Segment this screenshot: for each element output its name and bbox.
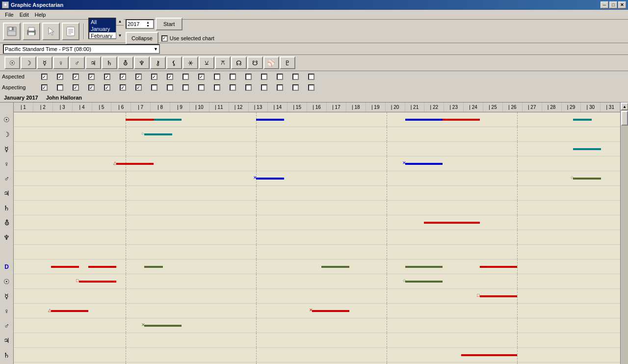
aspecting-check-5[interactable] <box>120 84 126 91</box>
cursor-button[interactable] <box>42 23 60 40</box>
aspected-check-3[interactable] <box>88 74 95 80</box>
aspected-check-4[interactable] <box>104 74 110 80</box>
aspected-check-15[interactable] <box>277 74 283 80</box>
use-chart-checkbox[interactable]: ✓ <box>161 35 168 42</box>
svg-rect-2 <box>9 27 12 30</box>
menu-file[interactable]: File <box>2 11 17 19</box>
planet-btn-venus[interactable]: ♀ <box>53 56 69 69</box>
aspected-check-14[interactable] <box>261 74 267 80</box>
aspecting-check-7[interactable] <box>151 84 157 91</box>
planet-btn-sun[interactable]: ☉ <box>4 56 20 69</box>
aspecting-check-14[interactable] <box>261 84 267 91</box>
app-icon: ✦ <box>2 1 9 8</box>
month-selector[interactable]: All January February ▲ ▼ <box>88 18 124 39</box>
planet-btn-saturn[interactable]: ♄ <box>102 56 117 69</box>
planet-btn-chiron[interactable]: ⚷ <box>150 56 166 69</box>
aspect-bar-row11 <box>79 281 116 283</box>
aspected-check-8[interactable] <box>167 74 173 80</box>
minimize-button[interactable]: ─ <box>601 1 608 8</box>
planet-btn-uranus[interactable]: ⛢ <box>118 56 133 69</box>
planet-btn-jupiter[interactable]: ♃ <box>85 56 101 69</box>
maximize-button[interactable]: □ <box>609 1 617 8</box>
year-selector[interactable]: 2017 ▲ ▼ <box>126 19 154 29</box>
planet-btn-p2[interactable]: ♇ <box>280 56 295 69</box>
aspecting-check-17[interactable] <box>308 84 314 91</box>
aspecting-check-1[interactable] <box>57 84 63 91</box>
day-header-5: | 5 <box>92 103 112 112</box>
month-scroll-down[interactable]: ▼ <box>116 31 124 39</box>
vertical-scrollbar[interactable]: ▲ ▼ <box>620 103 628 364</box>
planet-label-8: ♆ <box>0 230 13 245</box>
chart-grid: ○△✕✕☆□☆□△✕✕ <box>14 112 620 364</box>
menu-edit[interactable]: Edit <box>17 11 32 19</box>
use-chart-label[interactable]: ✓ Use selected chart <box>161 35 214 42</box>
aspected-check-9[interactable] <box>183 74 189 80</box>
save-button[interactable] <box>3 23 21 40</box>
aspecting-check-9[interactable] <box>183 84 189 91</box>
scroll-track[interactable] <box>621 110 628 364</box>
aspecting-check-3[interactable] <box>88 84 95 91</box>
planet-btn-pholus[interactable]: ⚸ <box>166 56 182 69</box>
aspecting-check-0[interactable] <box>41 84 48 91</box>
aspected-check-5[interactable] <box>120 74 126 80</box>
aspected-check-11[interactable] <box>214 74 220 80</box>
day-header-11: | 11 <box>209 103 229 112</box>
planet-btn-mars[interactable]: ♂ <box>69 56 85 69</box>
planet-btn-neptune[interactable]: ♆ <box>134 56 150 69</box>
aspecting-check-8[interactable] <box>167 84 173 91</box>
aspect-marker-row13: △ <box>48 308 52 312</box>
aspecting-check-16[interactable] <box>292 84 299 91</box>
planet-btn-juno[interactable]: ⚻ <box>215 56 231 69</box>
aspected-check-16[interactable] <box>292 74 299 80</box>
planet-btn-nnode[interactable]: ☊ <box>231 56 247 69</box>
aspected-check-7[interactable] <box>151 74 157 80</box>
day-header-6: | 6 <box>111 103 131 112</box>
planet-label-9 <box>0 245 13 260</box>
scroll-up-button[interactable]: ▲ <box>621 103 628 110</box>
aspecting-check-15[interactable] <box>277 84 283 91</box>
aspected-check-12[interactable] <box>230 74 236 80</box>
aspected-check-10[interactable] <box>198 74 205 80</box>
aspected-check-1[interactable] <box>57 74 63 80</box>
aspecting-check-12[interactable] <box>230 84 236 91</box>
year-up[interactable]: ▲ <box>146 21 152 24</box>
planet-btn-ceres[interactable]: ⚹ <box>183 56 198 69</box>
scroll-thumb[interactable] <box>621 111 628 126</box>
timezone-selector[interactable]: Pacific Standard Time - PST (08:00) ▼ <box>3 44 160 54</box>
day-header-9: | 9 <box>170 103 190 112</box>
planet-label-3: ♀ <box>0 156 13 171</box>
planet-btn-pallas[interactable]: ⚺ <box>199 56 214 69</box>
aspected-check-0[interactable] <box>41 74 48 80</box>
menu-help[interactable]: Help <box>32 11 49 19</box>
aspected-check-6[interactable] <box>135 74 142 80</box>
aspecting-row: Aspecting <box>0 82 628 93</box>
planet-btn-moon[interactable]: ☽ <box>21 56 36 69</box>
planet-btn-mercury[interactable]: ☿ <box>37 56 52 69</box>
aspecting-check-13[interactable] <box>245 84 252 91</box>
aspect-bar-row0 <box>405 119 443 121</box>
print-button[interactable] <box>23 23 40 40</box>
aspecting-label: Aspecting <box>2 84 36 90</box>
report-button[interactable] <box>62 23 79 40</box>
aspecting-check-11[interactable] <box>214 84 220 91</box>
aspecting-check-4[interactable] <box>104 84 110 91</box>
aspect-bar-row4 <box>573 178 601 180</box>
year-down[interactable]: ▼ <box>146 24 152 27</box>
aspecting-check-6[interactable] <box>135 84 142 91</box>
planet-btn-p1[interactable]: ⚾ <box>263 56 279 69</box>
planet-btn-snode[interactable]: ☋ <box>247 56 263 69</box>
aspected-check-17[interactable] <box>308 74 314 80</box>
chart-row-13: △✕ <box>14 304 620 318</box>
collapse-button[interactable]: Collapse <box>126 32 158 45</box>
chart-row-3: △✕ <box>14 156 620 171</box>
month-scroll-up[interactable]: ▲ <box>116 18 124 26</box>
aspected-check-2[interactable] <box>73 74 79 80</box>
aspecting-check-2[interactable] <box>73 84 79 91</box>
aspected-check-13[interactable] <box>245 74 252 80</box>
start-button[interactable]: Start <box>156 18 183 30</box>
close-button[interactable]: ✕ <box>618 1 626 8</box>
chart-row-16 <box>14 348 620 363</box>
aspected-label: Aspected <box>2 74 36 79</box>
planet-labels-column: ☉☽☿♀♂♃♄⛢♆D☉☿♀♂♃♄⛢ <box>0 103 14 364</box>
aspecting-check-10[interactable] <box>198 84 205 91</box>
